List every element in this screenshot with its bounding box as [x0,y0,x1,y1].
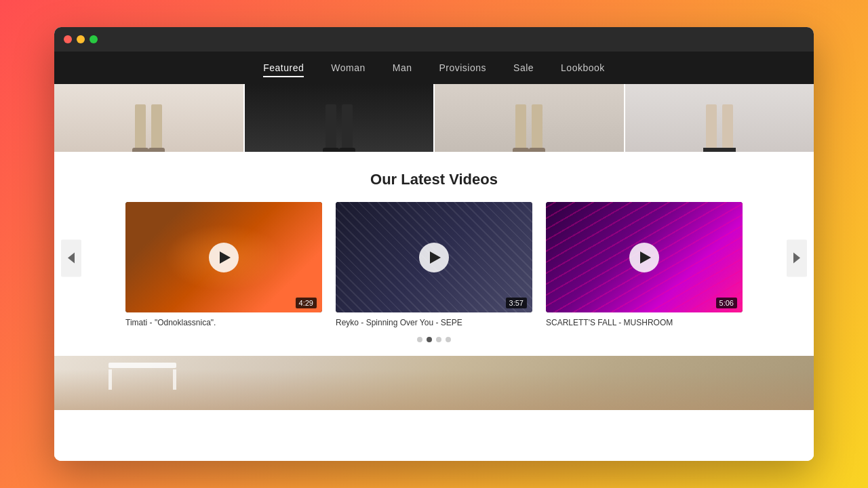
video-duration-3: 5:06 [716,298,737,308]
hero-strip [54,84,814,152]
nav-item-featured[interactable]: Featured [263,60,304,77]
hero-image-3 [435,84,625,152]
browser-content: Featured Woman Man Provisions Sale Lookb… [54,52,814,461]
play-button-1[interactable] [209,243,239,272]
video-duration-1: 4:29 [296,298,317,308]
table-top [108,363,176,368]
browser-titlebar [54,27,814,52]
play-button-2[interactable] [419,243,449,272]
video-thumbnail-3[interactable]: 5:06 [546,202,743,312]
table-leg-1 [108,369,112,390]
video-title-3: SCARLETT'S FALL - MUSHROOM [546,318,743,327]
carousel-dot-3[interactable] [436,337,441,342]
video-card-3[interactable]: 5:06 SCARLETT'S FALL - MUSHROOM [546,202,743,327]
play-button-3[interactable] [629,243,659,272]
table-leg-2 [173,369,176,390]
fullscreen-dot[interactable] [90,35,98,43]
video-carousel: 4:29 Timati - "Odnoklassnica". 3:57 [54,202,814,342]
carousel-prev-button[interactable] [61,239,81,277]
play-icon-3 [640,251,651,264]
video-title-1: Timati - "Odnoklassnica". [125,318,322,327]
video-duration-2: 3:57 [506,298,527,308]
nav-item-woman[interactable]: Woman [331,60,365,76]
section-title: Our Latest Videos [54,171,814,188]
main-nav: Featured Woman Man Provisions Sale Lookb… [54,52,814,84]
table-legs [108,369,176,390]
video-title-2: Reyko - Spinning Over You - SEPE [336,318,532,327]
nav-item-lookbook[interactable]: Lookbook [561,60,605,76]
close-dot[interactable] [64,35,72,43]
nav-item-sale[interactable]: Sale [513,60,534,76]
main-content: Our Latest Videos 4:29 [54,152,814,461]
play-icon-2 [430,251,441,264]
furniture-decoration [108,363,176,396]
video-card-2[interactable]: 3:57 Reyko - Spinning Over You - SEPE [336,202,532,327]
bottom-lifestyle-section [54,356,814,410]
chevron-left-icon [68,253,75,264]
browser-window: Featured Woman Man Provisions Sale Lookb… [54,27,814,461]
carousel-dot-1[interactable] [417,337,422,342]
chevron-right-icon [793,253,800,264]
hero-image-4 [625,84,814,152]
video-card-1[interactable]: 4:29 Timati - "Odnoklassnica". [125,202,322,327]
video-grid: 4:29 Timati - "Odnoklassnica". 3:57 [95,202,773,327]
carousel-dot-4[interactable] [446,337,451,342]
hero-image-2 [245,84,435,152]
bottom-lifestyle-image [54,356,814,410]
carousel-dot-2[interactable] [427,337,432,342]
carousel-dots [95,337,773,342]
nav-links: Featured Woman Man Provisions Sale Lookb… [263,62,605,74]
nav-item-man[interactable]: Man [393,60,412,76]
play-icon-1 [220,251,231,264]
video-thumbnail-1[interactable]: 4:29 [125,202,322,312]
minimize-dot[interactable] [77,35,85,43]
hero-image-1 [54,84,245,152]
nav-item-provisions[interactable]: Provisions [439,60,486,76]
carousel-next-button[interactable] [787,239,807,277]
video-thumbnail-2[interactable]: 3:57 [336,202,532,312]
